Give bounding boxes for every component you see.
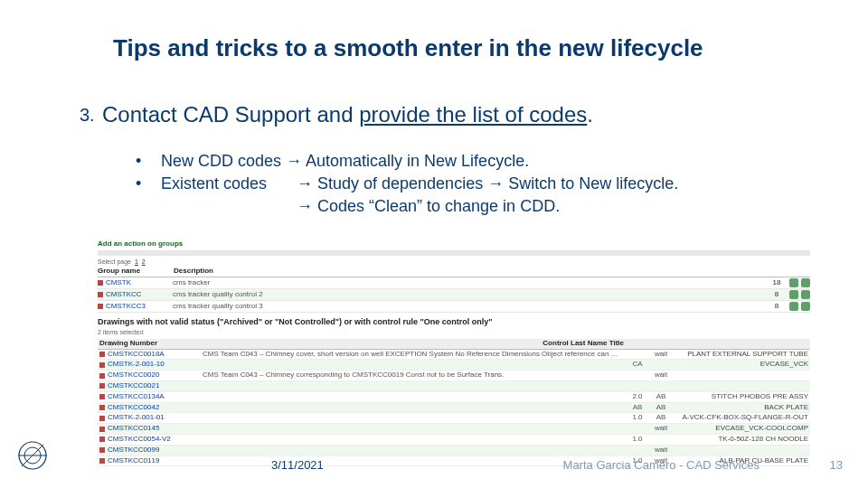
drawing-row[interactable]: CMSTKCC0134A2.0ABSTITCH PHOBOS PRE ASSY (98, 392, 810, 403)
page-1[interactable]: 1 (135, 258, 138, 265)
drawing-title: STITCH PHOBOS PRE ASSY (673, 393, 808, 401)
col-group-desc: Description (174, 267, 810, 276)
group-row[interactable]: CMSTKCCcms tracker quality control 28 (98, 289, 810, 301)
footer-date: 3/11/2021 (271, 458, 324, 472)
bullet-2-rest: → Study of dependencies → Switch to New … (297, 174, 678, 192)
group-desc: cms tracker quality control 3 (173, 303, 767, 311)
drawing-row[interactable]: CMSTKCC0145waitEVCASE_VCK-COOLCOMP (98, 424, 810, 435)
drawing-number: CMSTKCC0020 (108, 371, 203, 380)
square-icon (99, 427, 105, 432)
embedded-screenshot: Add an action on groups Select page 1 2 … (98, 240, 810, 466)
drawing-number: CMSTKCC0042 (108, 404, 203, 412)
drawing-number: CMSTK-2-001-01 (108, 414, 203, 422)
group-name: CMSTK (106, 279, 173, 287)
drawing-title: TK-0-50Z-128 CH NOODLE (673, 436, 808, 444)
drawing-control: 2.0 (626, 393, 649, 401)
toolbar-bar (98, 250, 810, 256)
drawing-row[interactable]: CMSTKCC0054-V21.0TK-0-50Z-128 CH NOODLE (98, 435, 810, 446)
drawing-title: PLANT EXTERNAL SUPPORT TUBE (673, 351, 808, 359)
bullet-1: New CDD codes → Automatically in New Lif… (161, 152, 529, 171)
drawing-desc: CMS Team C043 – Chimney corresponding to… (203, 371, 626, 380)
drawing-row[interactable]: CMSTKCC0018ACMS Team C043 – Chimney cove… (98, 350, 810, 361)
drawing-control: AB (626, 404, 649, 412)
drawings-header: Drawing Number Control Last Name Title (98, 339, 810, 350)
action-icon[interactable] (789, 302, 798, 311)
group-desc: cms tracker (173, 279, 767, 287)
drawing-row[interactable]: CMSTK-2-001-011.0ABA-VCK-CFK-BOX-SQ-FLAN… (98, 413, 810, 424)
drawing-lastname: wait (649, 425, 673, 433)
group-count: 8 (767, 291, 787, 299)
group-count: 18 (767, 279, 787, 287)
col-drawing-number: Drawing Number (99, 340, 479, 348)
footer-author: Marta Garcia Camero - CAD Services (563, 458, 760, 472)
action-icon[interactable] (801, 302, 810, 311)
square-icon (99, 394, 105, 399)
drawing-title: A-VCK-CFK-BOX-SQ-FLANGE-R-OUT (673, 414, 808, 422)
drawing-row[interactable]: CMSTKCC0042ABABBACK PLATE (98, 403, 810, 414)
action-icon[interactable] (801, 278, 810, 287)
drawing-number: CMSTKCC0021 (108, 382, 203, 390)
drawing-number: CMSTKCC0099 (108, 446, 203, 455)
group-row[interactable]: CMSTKCC3cms tracker quality control 38 (98, 301, 810, 313)
drawing-row[interactable]: CMSTKCC0021 (98, 381, 810, 392)
add-action-link[interactable]: Add an action on groups (98, 240, 810, 249)
heading-text: Contact CAD Support and (102, 102, 359, 127)
bullet-list: • New CDD codes → Automatically in New L… (136, 152, 678, 220)
drawing-lastname: AB (649, 404, 673, 412)
bullet-dot: • (136, 174, 161, 193)
drawing-number: CMSTK-2-001-10 (108, 361, 203, 369)
square-icon (98, 280, 103, 286)
group-name: CMSTKCC3 (106, 303, 173, 311)
drawing-row[interactable]: CMSTKCC0099wait (98, 446, 810, 456)
drawing-title: EVCASE_VCK-COOLCOMP (673, 425, 808, 433)
bullet-2-label: Existent codes (161, 174, 297, 193)
col-drawing-rest: Control Last Name Title (479, 340, 624, 348)
square-icon (99, 405, 105, 410)
drawing-row[interactable]: CMSTKCC0020CMS Team C043 – Chimney corre… (98, 371, 810, 381)
drawing-control: 1.0 (626, 414, 649, 422)
drawing-lastname: AB (649, 393, 673, 401)
drawing-number: CMSTKCC0134A (108, 393, 203, 401)
heading-underlined: provide the list of codes (359, 102, 587, 127)
drawings-section-title: Drawings with not valid status ("Archive… (98, 318, 810, 327)
drawing-number: CMSTKCC0119 (108, 457, 203, 465)
square-icon (99, 352, 105, 357)
drawing-number: CMSTKCC0054-V2 (108, 436, 203, 444)
page-2[interactable]: 2 (142, 258, 146, 265)
drawing-number: CMSTKCC0018A (108, 351, 203, 359)
drawing-lastname: AB (649, 414, 673, 422)
slide-title: Tips and tricks to a smooth enter in the… (113, 34, 703, 62)
drawing-lastname: wait (649, 371, 673, 380)
action-icon[interactable] (801, 290, 810, 299)
drawing-title: BACK PLATE (673, 404, 808, 412)
footer-page-number: 13 (830, 458, 843, 472)
bullet-2: Existent codes→ Study of dependencies → … (161, 174, 678, 193)
square-icon (99, 373, 105, 379)
drawing-desc: CMS Team C043 – Chimney cover, short ver… (203, 351, 626, 359)
group-name: CMSTKCC (106, 291, 173, 299)
square-icon (99, 447, 105, 453)
section-heading: Contact CAD Support and provide the list… (102, 102, 593, 127)
drawing-control: CA (626, 361, 649, 369)
group-header: Group name Description (98, 267, 810, 277)
drawing-lastname: wait (649, 446, 673, 455)
selection-count: 2 items selected (98, 329, 810, 336)
square-icon (99, 416, 105, 421)
group-row[interactable]: CMSTKcms tracker18 (98, 277, 810, 289)
drawing-title: EVCASE_VCK (673, 361, 808, 369)
bullet-3: → Codes “Clean” to change in CDD. (297, 197, 560, 216)
square-icon (98, 304, 103, 309)
group-count: 8 (767, 303, 787, 311)
square-icon (99, 362, 105, 368)
square-icon (99, 458, 105, 464)
drawing-row[interactable]: CMSTK-2-001-10CAEVCASE_VCK (98, 360, 810, 371)
pager: Select page 1 2 (98, 258, 810, 266)
square-icon (98, 292, 103, 297)
group-desc: cms tracker quality control 2 (173, 291, 767, 299)
list-number: 3. (80, 105, 95, 126)
action-icon[interactable] (789, 290, 798, 299)
action-icon[interactable] (789, 278, 798, 287)
pager-label: Select page (98, 258, 131, 265)
drawing-lastname: wait (649, 351, 673, 359)
drawing-control: 1.0 (626, 436, 649, 444)
